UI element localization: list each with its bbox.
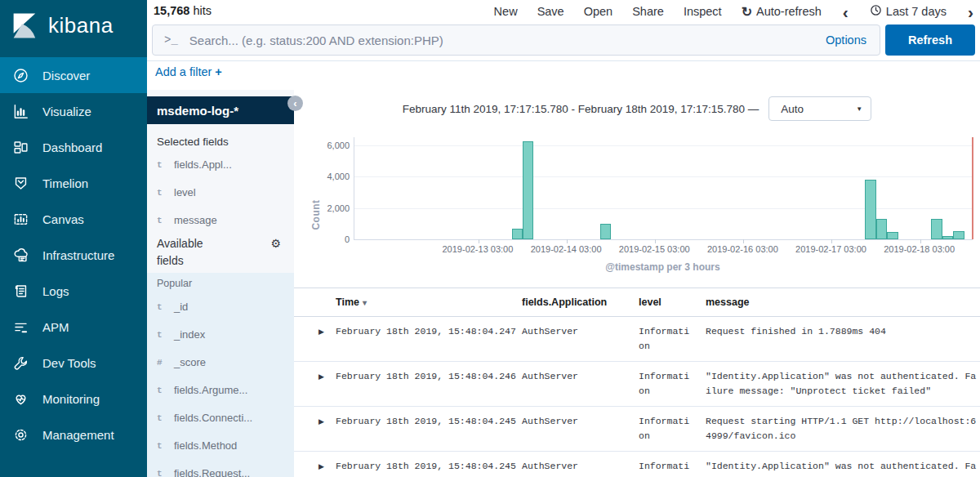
field-item[interactable]: t fields.Connecti...	[157, 412, 252, 424]
left-nav: kibana Discover Visualize Dashboard Time…	[0, 0, 147, 477]
clock-icon	[870, 4, 882, 19]
discover-icon	[13, 68, 29, 83]
field-item[interactable]: # _score	[157, 356, 206, 368]
expand-row-icon[interactable]: ▶	[318, 328, 324, 336]
cell-time: February 18th 2019, 15:48:04.245	[336, 414, 522, 451]
cell-time: February 18th 2019, 15:48:04.245	[336, 459, 522, 477]
auto-refresh-button[interactable]: ↻ Auto-refresh	[742, 4, 822, 20]
nav-item-label: Management	[42, 428, 114, 442]
histogram-bar[interactable]	[523, 141, 534, 239]
field-item[interactable]: t message	[157, 214, 217, 226]
index-pattern-selector[interactable]: msdemo-log-*	[147, 96, 294, 124]
field-name: level	[174, 186, 196, 198]
add-filter-link[interactable]: Add a filter+	[155, 65, 222, 78]
sidebar-nav-item[interactable]: Dashboard	[0, 129, 147, 165]
kibana-logo-icon	[10, 11, 40, 41]
column-header-message[interactable]: message	[706, 296, 978, 308]
menu-inspect[interactable]: Inspect	[684, 5, 722, 18]
expand-row-icon[interactable]: ▶	[318, 417, 324, 426]
field-name: fields.Request...	[174, 467, 250, 477]
menu-new[interactable]: New	[494, 5, 518, 18]
search-input[interactable]	[188, 33, 813, 48]
histogram-bar[interactable]	[953, 231, 964, 239]
sidebar-nav-item[interactable]: Canvas	[0, 201, 147, 237]
x-tick-label: 2019-02-14 03:00	[531, 244, 602, 254]
menu-open[interactable]: Open	[584, 5, 612, 18]
field-item[interactable]: t _id	[157, 301, 188, 313]
field-item[interactable]: t fields.Appl...	[157, 158, 232, 171]
interval-select[interactable]: Auto ▼	[768, 96, 871, 121]
field-type-badge: t	[157, 469, 167, 477]
collapse-chevron-icon: ‹	[293, 98, 296, 109]
collapse-sidebar-button[interactable]: ‹	[287, 96, 303, 111]
main-panel: February 11th 2019, 17:17:15.780 - Febru…	[294, 90, 980, 477]
time-forward-icon[interactable]: ›	[966, 3, 975, 20]
histogram-bar[interactable]	[931, 219, 942, 239]
field-item[interactable]: t _index	[157, 328, 205, 341]
menu-share[interactable]: Share	[632, 5, 664, 18]
field-type-badge: t	[157, 216, 167, 225]
gridline	[354, 176, 973, 177]
histogram-header: February 11th 2019, 17:17:15.780 - Febru…	[294, 96, 980, 121]
field-settings-gear-icon[interactable]: ⚙	[270, 237, 281, 250]
expand-row-icon[interactable]: ▶	[318, 372, 324, 381]
time-back-icon[interactable]: ‹	[841, 3, 850, 20]
sidebar-nav-item[interactable]: Management	[0, 417, 147, 452]
column-header-application[interactable]: fields.Application	[522, 296, 639, 308]
auto-refresh-label: Auto-refresh	[756, 5, 822, 18]
cell-level: Information	[639, 369, 693, 406]
histogram-bar[interactable]	[942, 236, 954, 239]
field-item[interactable]: t fields.Request...	[157, 467, 250, 477]
field-name: fields.Appl...	[174, 158, 232, 171]
sidebar-nav-item[interactable]: Timelion	[0, 165, 147, 201]
histogram-bar[interactable]	[865, 180, 876, 239]
sidebar-nav-item[interactable]: Logs	[0, 273, 147, 309]
sidebar-nav-item[interactable]: Discover	[0, 57, 147, 93]
sidebar-nav-item[interactable]: Infrastructure	[0, 237, 147, 273]
column-header-level[interactable]: level	[639, 296, 693, 308]
histogram-bar[interactable]	[512, 229, 523, 239]
cell-time: February 18th 2019, 15:48:04.246	[336, 369, 522, 406]
gridline	[354, 208, 973, 209]
cell-message: "Identity.Application" was not authentic…	[706, 459, 978, 477]
dev-tools-icon	[13, 355, 29, 371]
table-row: ▶ February 18th 2019, 15:48:04.245 AuthS…	[294, 407, 980, 452]
sidebar-nav-item[interactable]: Dev Tools	[0, 345, 147, 381]
search-bar: >_ Options	[152, 25, 880, 56]
y-tick-label: 6,000	[317, 140, 350, 150]
field-name: _score	[174, 356, 206, 368]
timelion-icon	[13, 176, 29, 191]
nav-item-label: Dev Tools	[42, 356, 96, 370]
x-tick-mark	[567, 239, 568, 243]
x-tick-mark	[920, 239, 921, 243]
sidebar-nav-item[interactable]: Visualize	[0, 93, 147, 129]
logs-icon	[13, 283, 29, 299]
time-range-picker[interactable]: Last 7 days	[870, 4, 947, 19]
search-options-link[interactable]: Options	[813, 33, 880, 47]
sidebar-nav-item[interactable]: Monitoring	[0, 381, 147, 417]
hits-label: hits	[193, 4, 212, 17]
field-type-badge: t	[157, 441, 167, 451]
x-tick-label: 2019-02-13 03:00	[442, 244, 513, 254]
histogram-bar[interactable]	[600, 224, 612, 239]
column-header-time[interactable]: Time▾	[336, 296, 522, 308]
cell-application: AuthServer	[522, 414, 639, 451]
field-item[interactable]: t level	[157, 186, 196, 198]
nav-item-label: Canvas	[42, 212, 84, 226]
add-filter-label: Add a filter	[155, 65, 212, 78]
y-tick-label: 0	[317, 234, 350, 244]
histogram-bar[interactable]	[876, 219, 888, 239]
refresh-button[interactable]: Refresh	[885, 25, 975, 56]
table-body: ▶ February 18th 2019, 15:48:04.247 AuthS…	[294, 317, 980, 477]
kibana-logo[interactable]: kibana	[0, 0, 147, 51]
sidebar-nav-item[interactable]: APM	[0, 309, 147, 345]
menu-save[interactable]: Save	[537, 5, 564, 18]
field-item[interactable]: t fields.Method	[157, 439, 237, 452]
expand-row-icon[interactable]: ▶	[318, 462, 324, 470]
field-name: fields.Connecti...	[174, 412, 252, 424]
cell-message: Request finished in 1.7889ms 404	[706, 324, 978, 361]
cell-level: Information	[639, 459, 693, 477]
field-item[interactable]: t fields.Argume...	[157, 384, 247, 396]
x-tick-label: 2019-02-17 03:00	[795, 244, 866, 254]
histogram-bar[interactable]	[887, 232, 898, 239]
